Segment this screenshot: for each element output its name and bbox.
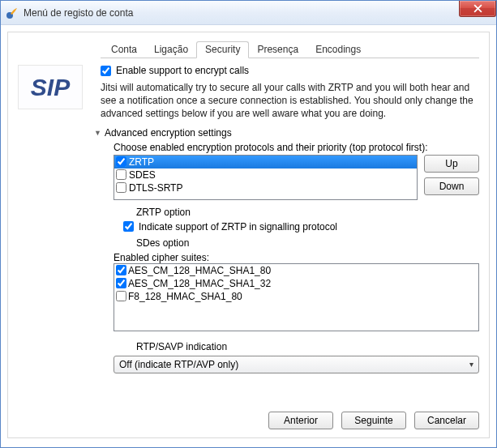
ciphers-label: Enabled cipher suites:: [114, 252, 479, 263]
app-icon: [6, 6, 19, 19]
protocols-label: Choose enabled encryption protocols and …: [114, 142, 479, 153]
tab-ligacao[interactable]: Ligação: [145, 41, 197, 58]
chevron-down-icon: ▾: [469, 360, 473, 369]
zrtp-heading: ZRTP option: [136, 207, 479, 218]
enable-encrypt-label: Enable support to encrypt calls: [116, 65, 249, 76]
cipher-checkbox[interactable]: [116, 278, 126, 288]
dialog-panel: SIP Conta Ligação Security Presença Enco…: [7, 32, 490, 438]
advanced-label: Advanced encryption settings: [105, 127, 232, 139]
zrtp-indicate-row[interactable]: Indicate support of ZRTP in signalling p…: [123, 221, 479, 233]
zrtp-indicate-label: Indicate support of ZRTP in signalling p…: [139, 221, 337, 233]
protocol-label: SDES: [129, 169, 156, 181]
protocol-check-dtls[interactable]: [116, 182, 126, 193]
protocol-label: DTLS-SRTP: [129, 182, 182, 194]
sdes-heading: SDes option: [136, 237, 479, 249]
cipher-row[interactable]: AES_CM_128_HMAC_SHA1_80: [114, 264, 478, 277]
cipher-checkbox[interactable]: [116, 265, 126, 275]
protocol-row-sdes[interactable]: SDES: [114, 169, 417, 181]
cipher-row[interactable]: AES_CM_128_HMAC_SHA1_32: [114, 277, 478, 290]
tab-encodings[interactable]: Encodings: [306, 41, 370, 58]
advanced-expander[interactable]: ▼ Advanced encryption settings: [94, 127, 479, 139]
rtp-savp-select[interactable]: Off (indicate RTP/AVP only) ▾: [114, 356, 479, 373]
previous-button[interactable]: Anterior: [268, 412, 333, 429]
tab-conta[interactable]: Conta: [102, 41, 146, 58]
close-button[interactable]: [459, 1, 496, 17]
up-button[interactable]: Up: [424, 155, 479, 173]
chevron-down-icon: ▼: [94, 129, 101, 137]
protocol-row-zrtp[interactable]: ZRTP: [114, 156, 417, 169]
rtp-heading: RTP/SAVP indication: [136, 341, 479, 352]
encryption-description: Jitsi will automatically try to secure a…: [101, 81, 479, 121]
titlebar: Menú de registo de conta: [1, 1, 496, 25]
zrtp-indicate-checkbox[interactable]: [123, 221, 134, 232]
enable-encrypt-checkbox[interactable]: [101, 66, 111, 76]
protocol-list[interactable]: ZRTP SDES DTLS-SRTP: [114, 155, 418, 200]
wizard-footer: Anterior Seguinte Cancelar: [268, 412, 479, 429]
enable-encrypt-row[interactable]: Enable support to encrypt calls: [101, 65, 479, 76]
close-icon: [473, 4, 482, 13]
protocol-label: ZRTP: [129, 156, 154, 168]
cipher-row[interactable]: F8_128_HMAC_SHA1_80: [114, 290, 478, 303]
tab-presenca[interactable]: Presença: [248, 41, 307, 58]
protocol-row-dtls[interactable]: DTLS-SRTP: [114, 181, 417, 194]
protocol-check-sdes[interactable]: [116, 169, 126, 180]
logo-text: SIP: [31, 74, 70, 101]
window-buttons: [459, 1, 496, 17]
cipher-list[interactable]: AES_CM_128_HMAC_SHA1_80 AES_CM_128_HMAC_…: [114, 263, 479, 331]
window-title: Menú de registo de conta: [24, 7, 133, 19]
tab-strip: Conta Ligação Security Presença Encoding…: [101, 41, 479, 58]
protocol-check-zrtp[interactable]: [116, 156, 126, 167]
cipher-label: F8_128_HMAC_SHA1_80: [128, 291, 242, 302]
cipher-label: AES_CM_128_HMAC_SHA1_80: [128, 265, 271, 276]
cipher-checkbox[interactable]: [116, 291, 126, 301]
protocol-logo: SIP: [18, 65, 83, 109]
down-button[interactable]: Down: [424, 177, 479, 195]
rtp-savp-value: Off (indicate RTP/AVP only): [119, 359, 238, 370]
cancel-button[interactable]: Cancelar: [414, 412, 479, 429]
tab-security[interactable]: Security: [196, 41, 249, 58]
next-button[interactable]: Seguinte: [341, 412, 406, 429]
cipher-label: AES_CM_128_HMAC_SHA1_32: [128, 278, 271, 289]
